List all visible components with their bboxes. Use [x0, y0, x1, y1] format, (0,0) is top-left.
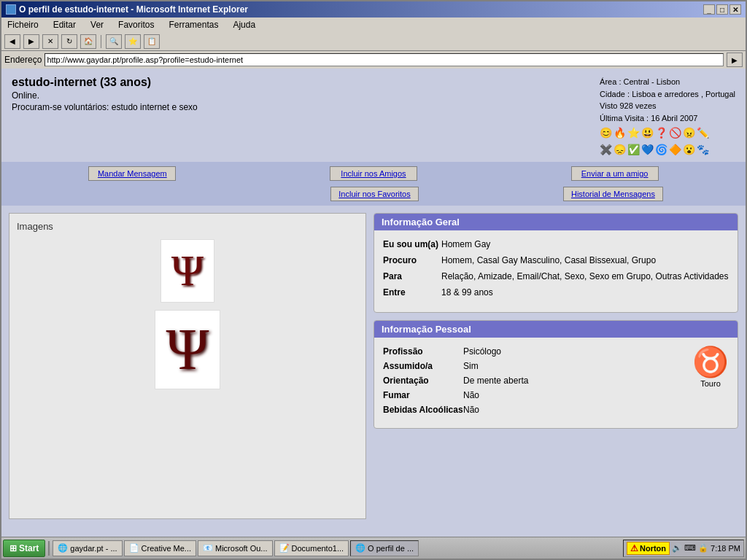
refresh-button[interactable]: ↻	[61, 34, 77, 49]
emoji-10[interactable]: 😞	[614, 142, 626, 158]
imagens-title: Imagens	[17, 221, 358, 232]
bebidas-value: Não	[463, 405, 479, 415]
stop-button[interactable]: ✕	[42, 34, 58, 49]
taskbar: ⊞ Start 🌐 gaydar.pt - ... 📄 Creative Me.…	[1, 537, 746, 559]
emoji-7[interactable]: 😠	[683, 125, 695, 141]
profissao-value: Psicólogo	[463, 346, 501, 357]
procuro-value: Homem, Casal Gay Masculino, Casal Bissex…	[441, 255, 656, 265]
emoji-6[interactable]: 🚫	[669, 125, 681, 141]
emoji-11[interactable]: ✅	[627, 142, 640, 158]
para-label: Para	[383, 271, 441, 281]
last-visit-info: Última Visita : 16 Abril 2007	[600, 112, 735, 125]
forward-button[interactable]: ▶	[23, 34, 39, 49]
actions-row-1: Mandar Mensagem Incluir nos Amigos Envia…	[1, 162, 746, 185]
emoji-16[interactable]: 🐾	[697, 142, 709, 158]
start-label: Start	[19, 543, 39, 553]
close-button[interactable]: ✕	[729, 4, 741, 15]
taskbar-item-1[interactable]: 🌐 gaydar.pt - ...	[53, 540, 122, 556]
window-title: O perfil de estudo-internet - Microsoft …	[19, 4, 248, 15]
page-content: estudo-internet (33 anos) Online. Procur…	[1, 69, 746, 537]
psi-image-1: Ψ	[17, 239, 358, 303]
personal-info-box: Informação Pessoal Profissão Psicólogo A…	[374, 320, 738, 429]
psi-box-small: Ψ	[160, 239, 214, 303]
emoji-14[interactable]: 🔶	[669, 142, 681, 158]
window-controls: _ □ ✕	[703, 4, 741, 15]
norton-badge[interactable]: ⚠ Norton	[627, 542, 670, 555]
menu-ver[interactable]: Ver	[88, 19, 107, 31]
minimize-button[interactable]: _	[703, 4, 715, 15]
images-panel: Imagens Ψ Ψ	[9, 213, 366, 519]
imagens-box: Imagens Ψ Ψ	[9, 213, 366, 519]
maximize-button[interactable]: □	[716, 4, 728, 15]
zodiac-sign: ♉ Touro	[692, 345, 729, 388]
taskbar-item-3[interactable]: 📧 Microsoft Ou...	[198, 540, 273, 556]
emoji-2[interactable]: 🔥	[614, 125, 626, 141]
norton-label: Norton	[640, 544, 666, 553]
taskbar-label-5: O perfil de ...	[368, 544, 414, 553]
taskbar-label-4: Documento1...	[292, 544, 344, 553]
tray-time: 7:18 PM	[711, 544, 740, 553]
psi-image-2: Ψ	[17, 310, 358, 389]
emoji-5[interactable]: ❓	[655, 125, 667, 141]
profissao-row: Profissão Psicólogo	[383, 346, 729, 357]
send-friend-button[interactable]: Enviar a um amigo	[571, 166, 659, 181]
menu-favoritos[interactable]: Favoritos	[115, 19, 157, 31]
orientacao-label: Orientação	[383, 376, 463, 386]
message-history-button[interactable]: Historial de Mensagens	[563, 187, 663, 201]
entre-label: Entre	[383, 287, 441, 298]
fumar-value: Não	[463, 390, 479, 400]
procuro-label: Procuro	[383, 255, 441, 265]
start-button[interactable]: ⊞ Start	[3, 540, 45, 557]
personal-info-header: Informação Pessoal	[374, 321, 738, 338]
taskbar-icon-4: 📝	[279, 543, 290, 553]
psi-symbol-large: Ψ	[166, 317, 209, 381]
emoji-12[interactable]: 💙	[641, 142, 654, 158]
general-info-header: Informação Geral	[374, 214, 738, 230]
emoji-row-1: 😊 🔥 ⭐ 😃 ❓ 🚫 😠 ✏️	[600, 125, 735, 141]
taskbar-label-3: Microsoft Ou...	[215, 544, 268, 553]
eu-sou-value: Homem Gay	[441, 239, 490, 249]
menu-ficheiro[interactable]: Ficheiro	[4, 19, 42, 31]
taskbar-item-2[interactable]: 📄 Creative Me...	[124, 540, 196, 556]
emoji-8[interactable]: ✏️	[697, 125, 709, 141]
bebidas-label: Bebidas Alcoólicas	[383, 405, 463, 415]
content-area: estudo-internet (33 anos) Online. Procur…	[1, 69, 746, 537]
username: estudo-internet (33 anos)	[12, 76, 198, 89]
add-friends-button[interactable]: Incluir nos Amigos	[330, 166, 417, 181]
emoji-4[interactable]: 😃	[641, 125, 654, 141]
menu-bar: Ficheiro Editar Ver Favoritos Ferramenta…	[1, 18, 746, 32]
emoji-1[interactable]: 😊	[600, 125, 612, 141]
search-button[interactable]: 🔍	[106, 34, 122, 49]
taskbar-item-5[interactable]: 🌐 O perfil de ...	[350, 540, 419, 556]
para-row: Para Relação, Amizade, Email/Chat, Sexo,…	[383, 271, 729, 281]
taurus-icon: ♉	[692, 345, 729, 379]
emoji-15[interactable]: 😮	[683, 142, 695, 158]
emoji-3[interactable]: ⭐	[627, 125, 640, 141]
city-info: Cidade : Lisboa e arredores , Portugal	[600, 88, 735, 101]
go-button[interactable]: ▶	[727, 52, 743, 67]
taskbar-item-4[interactable]: 📝 Documento1...	[274, 540, 349, 556]
emoji-13[interactable]: 🌀	[655, 142, 667, 158]
favorites-button[interactable]: ⭐	[125, 34, 141, 49]
address-input[interactable]	[44, 53, 724, 66]
menu-ajuda[interactable]: Ajuda	[230, 19, 258, 31]
emoji-9[interactable]: ✖️	[600, 142, 612, 158]
eu-sou-label: Eu sou um(a)	[383, 239, 441, 249]
browser-toolbar: ◀ ▶ ✕ ↻ 🏠 🔍 ⭐ 📋	[1, 32, 746, 51]
send-message-button[interactable]: Mandar Mensagem	[88, 166, 176, 181]
menu-editar[interactable]: Editar	[50, 19, 79, 31]
history-button[interactable]: 📋	[144, 34, 160, 49]
taskbar-icon-2: 📄	[129, 543, 139, 553]
address-bar: Endereço ▶	[1, 51, 746, 69]
views-info: Visto 928 vezes	[600, 100, 735, 112]
home-button[interactable]: 🏠	[80, 34, 96, 49]
ie-window: O perfil de estudo-internet - Microsoft …	[0, 0, 747, 560]
fumar-label: Fumar	[383, 390, 463, 400]
add-favorites-button[interactable]: Incluir nos Favoritos	[330, 187, 418, 201]
info-panels: Informação Geral Eu sou um(a) Homem Gay …	[374, 213, 738, 519]
taskbar-label-2: Creative Me...	[142, 544, 191, 553]
assumido-label: Assumido/a	[383, 361, 463, 371]
menu-ferramentas[interactable]: Ferramentas	[166, 19, 221, 31]
para-value: Relação, Amizade, Email/Chat, Sexo, Sexo…	[441, 271, 729, 281]
back-button[interactable]: ◀	[4, 34, 20, 49]
